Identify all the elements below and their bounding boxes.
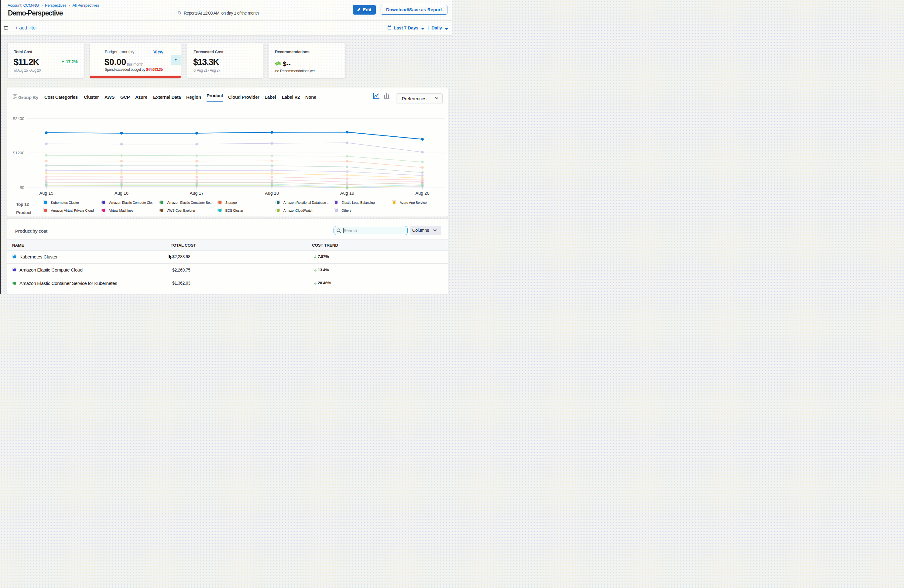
svg-text:$0: $0 (20, 185, 24, 190)
svg-text:Aug 18: Aug 18 (265, 191, 279, 196)
svg-text:Aug 16: Aug 16 (114, 191, 128, 196)
svg-text:Aug 20: Aug 20 (416, 191, 430, 196)
svg-text:Aug 15: Aug 15 (40, 191, 54, 196)
svg-text:Aug 19: Aug 19 (340, 191, 354, 196)
svg-text:$2400: $2400 (13, 116, 24, 121)
svg-text:$1200: $1200 (13, 151, 24, 155)
svg-text:Aug 17: Aug 17 (190, 191, 204, 196)
